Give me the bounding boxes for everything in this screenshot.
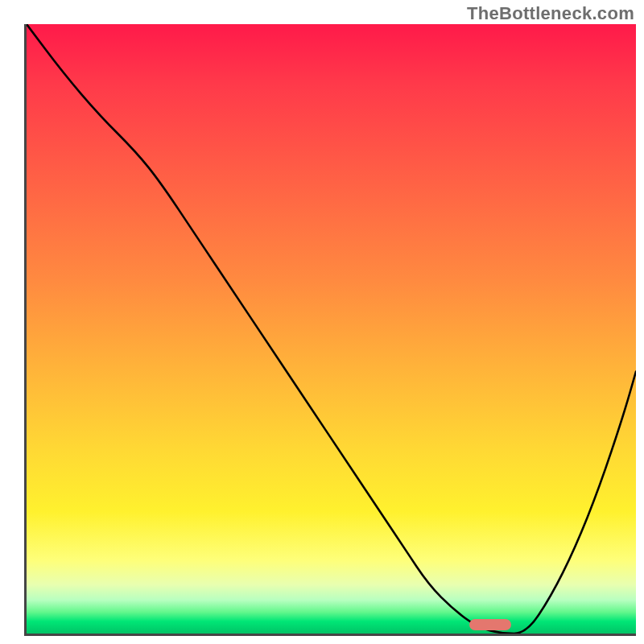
plot-area: [24, 24, 636, 636]
watermark-text: TheBottleneck.com: [467, 3, 634, 24]
bottleneck-curve: [27, 24, 636, 634]
optimal-marker: [469, 619, 511, 630]
figure-canvas: TheBottleneck.com: [0, 0, 644, 644]
